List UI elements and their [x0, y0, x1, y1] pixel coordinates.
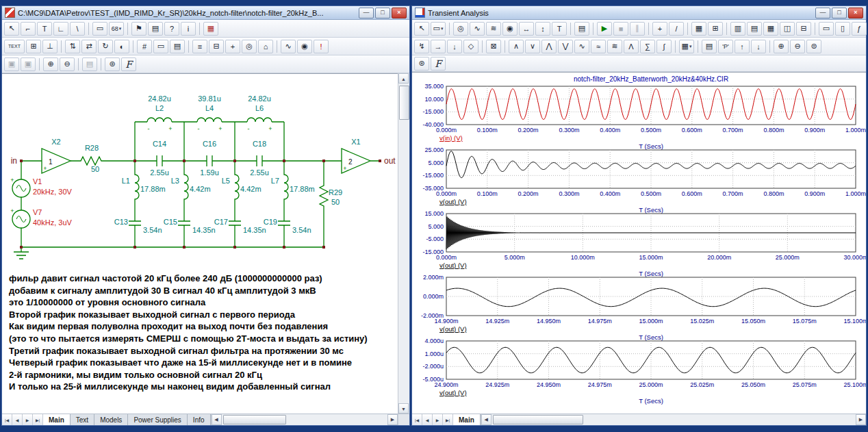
tag-mode-button[interactable]: ◇ [463, 40, 478, 53]
plot-vout-25ms-window[interactable]: 4.000u1.000u-2.000u-5.000u24.900m24.925m… [422, 338, 866, 405]
plot-vout-30ms[interactable]: 15.0005.000-5.000-15.0000.000m5.000m10.0… [422, 210, 866, 277]
shunt-branch-l3-c15[interactable] [178, 161, 190, 247]
vertical-scrollbar[interactable]: ▲ ▼ [398, 73, 409, 414]
part-list-dropdown-arrow[interactable]: ▾ [119, 26, 122, 31]
print-values-button[interactable]: 'P' [718, 40, 733, 53]
go-to-y-button[interactable]: ↓ [447, 40, 462, 53]
plot-area[interactable]: notch-filter_20kHz_Batterworth_20kHz&40k… [412, 73, 866, 416]
last-page-button[interactable]: ▶| [33, 414, 43, 425]
source-v1[interactable] [12, 179, 30, 197]
shunt-branch-l1-c13[interactable] [129, 161, 141, 247]
cursor-mode-tool[interactable]: ◎ [453, 22, 468, 36]
flip-vertical-button[interactable]: ⇅ [65, 40, 80, 53]
first-page-button[interactable]: |◀ [412, 414, 422, 425]
next-transient-button[interactable]: ↯ [414, 40, 429, 53]
next-page-button[interactable]: ▶ [23, 414, 33, 425]
attribute-text-toggle[interactable]: ⊞ [26, 40, 41, 53]
prev-page-button[interactable]: ◀ [422, 414, 433, 425]
valley-button[interactable]: ∨ [525, 40, 540, 53]
font-button[interactable]: F [121, 58, 136, 71]
tab-info[interactable]: Info [188, 414, 211, 425]
scroll-right-button[interactable]: ▶ [387, 414, 398, 425]
error-flag-button[interactable]: ! [314, 40, 329, 53]
shunt-branch-l7-c19[interactable] [278, 161, 290, 247]
scroll-left-button[interactable]: ◀ [212, 414, 222, 425]
data-cursor-button[interactable]: + [652, 22, 667, 36]
horizontal-scroll-track[interactable] [222, 414, 387, 425]
info-mode-tool[interactable]: i [181, 22, 196, 36]
source-v7[interactable] [12, 210, 30, 228]
left-window-titlebar[interactable]: C:\MC9\DATA\Petrov\TEST_(IMD_RIMD_Kr_SR)… [2, 6, 409, 20]
inflection-button[interactable]: ∿ [574, 40, 589, 53]
formula-button[interactable]: ƒ [852, 22, 867, 36]
last-page-button[interactable]: ▶| [443, 414, 453, 425]
vertical-scroll-thumb[interactable] [399, 86, 409, 120]
sum-button[interactable]: ∑ [640, 40, 655, 53]
one-graph-layout-button[interactable]: ▥ [730, 22, 745, 36]
close-button[interactable]: × [392, 8, 407, 18]
series-inductor-l6[interactable] [247, 118, 272, 122]
horizontal-scroll-thumb[interactable] [493, 415, 583, 424]
horizontal-scrollbar[interactable]: ◀ ▶ [481, 414, 866, 425]
font-button[interactable]: F [431, 57, 446, 71]
high-button[interactable]: ⋀ [541, 40, 557, 53]
right-window-titlebar[interactable]: Transient Analysis — □ × [412, 6, 866, 20]
select-tool[interactable]: ↖ [414, 22, 429, 36]
slope-button[interactable]: Λ [624, 40, 639, 53]
opamp-x1[interactable] [342, 149, 380, 173]
orthogonal-line-tool[interactable]: ∟ [53, 22, 68, 36]
tab-main[interactable]: Main [453, 414, 481, 425]
zoom-out-button[interactable]: ⊖ [790, 40, 805, 53]
align-button[interactable]: ≡ [192, 40, 207, 53]
horizontal-scroll-track[interactable] [492, 414, 856, 425]
resistor-r29[interactable] [320, 161, 328, 247]
graph-options-dropdown[interactable]: ▦▾ [679, 40, 694, 53]
scope-settings-button[interactable]: ▦ [691, 22, 706, 36]
series-capacitor-c14[interactable] [157, 155, 162, 166]
low-button[interactable]: ⋁ [558, 40, 573, 53]
help-mode-tool[interactable]: ? [164, 22, 179, 36]
split-horizontal-button[interactable]: ◫ [780, 22, 795, 36]
series-inductor-l2[interactable] [147, 118, 172, 122]
find-part-button[interactable]: ◎ [242, 40, 257, 53]
tab-models[interactable]: Models [94, 414, 128, 425]
point-tag-tool[interactable]: ◉ [502, 22, 518, 36]
zoom-out-button[interactable]: ⊖ [60, 58, 75, 71]
text-tool[interactable]: T [37, 22, 52, 36]
prev-page-button[interactable]: ◀ [12, 414, 23, 425]
analysis-limits-button[interactable]: ∿ [281, 40, 296, 53]
plot-panel[interactable]: notch-filter_20kHz_Batterworth_20kHz&40k… [412, 72, 866, 414]
scale-up-button[interactable]: ↑ [735, 40, 750, 53]
next-page-button[interactable]: ▶ [433, 414, 443, 425]
series-capacitor-c16[interactable] [207, 155, 212, 166]
stacked-layout-button[interactable]: ▤ [747, 22, 762, 36]
series-capacitor-c18[interactable] [257, 155, 262, 166]
vertical-tag-tool[interactable]: ↕ [535, 22, 550, 36]
slope-mode-button[interactable]: / [669, 22, 684, 36]
shunt-branch-l5-c17[interactable] [229, 161, 241, 247]
title-block-toggle[interactable]: ▤ [170, 40, 185, 53]
waveform-select-tool[interactable]: ∿ [470, 22, 485, 36]
ground-symbol[interactable] [14, 252, 29, 259]
maximize-button[interactable]: □ [375, 8, 390, 18]
grid-layout-button[interactable]: ▦ [763, 22, 778, 36]
horizontal-scroll-thumb[interactable] [223, 415, 286, 424]
graph-object-dropdown[interactable]: ▭▾ [431, 22, 446, 36]
animate-probe-button[interactable]: ◉ [297, 40, 312, 53]
properties-button[interactable]: ▤ [574, 22, 589, 36]
envelope-button[interactable]: ▯ [835, 22, 850, 36]
wave-region-tool[interactable]: ≋ [486, 22, 501, 36]
grid-toggle[interactable]: # [137, 40, 152, 53]
pin-names-toggle[interactable]: ⊥ [42, 40, 58, 53]
horizontal-tag-tool[interactable]: ↔ [519, 22, 534, 36]
scale-down-button[interactable]: ↓ [751, 40, 766, 53]
zoom-in-button[interactable]: ⊕ [43, 58, 58, 71]
diagonal-wire-tool[interactable]: \ [70, 22, 85, 36]
schematic-canvas[interactable]: inX21+R285024.82uL239.81uL424.82uL6-+-+-… [2, 73, 398, 414]
color-settings-button[interactable]: ▦ [203, 22, 218, 36]
zoom-in-button[interactable]: ⊕ [774, 40, 789, 53]
scroll-down-button[interactable]: ▼ [398, 403, 409, 414]
border-toggle[interactable]: ▭ [153, 40, 168, 53]
graph-options-dropdown-arrow[interactable]: ▾ [689, 44, 692, 49]
horizontal-scrollbar[interactable]: ◀ ▶ [211, 414, 398, 425]
